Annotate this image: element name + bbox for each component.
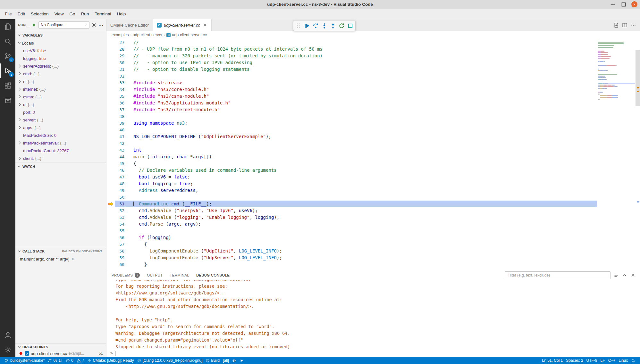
code-line-47[interactable]: 47 bool useV6 = false; xyxy=(106,174,597,180)
code-line-55[interactable]: 55 xyxy=(106,228,597,234)
code-line-53[interactable]: 53 cmd.AddValue ("logging", "Enable logg… xyxy=(106,214,597,221)
menu-help[interactable]: Help xyxy=(114,10,129,18)
minimap[interactable] xyxy=(598,40,635,103)
code-line-45[interactable]: 45{ xyxy=(106,160,597,167)
gutter-glyph-margin[interactable] xyxy=(106,106,115,113)
gutter-glyph-margin[interactable] xyxy=(106,113,115,120)
code-line-38[interactable]: 38 xyxy=(106,113,597,120)
stack-frame[interactable]: main(int argc, char ** argv) u. xyxy=(15,255,106,263)
debug-config-dropdown[interactable]: No Configura xyxy=(38,21,89,29)
variables-header[interactable]: VARIABLES xyxy=(15,31,106,39)
code-line-56[interactable]: 56 if (logging) xyxy=(106,234,597,241)
menu-edit[interactable]: Edit xyxy=(15,10,28,18)
gutter-glyph-margin[interactable] xyxy=(106,207,115,214)
variable-useV6[interactable]: useV6: false xyxy=(15,47,106,54)
chevron-right-icon[interactable] xyxy=(17,71,22,76)
gutter-glyph-margin[interactable] xyxy=(106,174,115,180)
gutter-glyph-margin[interactable] xyxy=(106,86,115,93)
more-actions-icon[interactable]: ··· xyxy=(98,22,104,28)
variable-d[interactable]: d: {...} xyxy=(15,101,106,108)
code-line-37[interactable]: 37#include "ns3/internet-module.h" xyxy=(106,106,597,113)
start-debug-icon[interactable] xyxy=(31,22,37,28)
gutter-glyph-margin[interactable] xyxy=(106,221,115,228)
menu-go[interactable]: Go xyxy=(67,10,78,18)
variable-port[interactable]: port: 0 xyxy=(15,108,106,116)
step-out-icon[interactable] xyxy=(330,23,336,29)
status-notifications[interactable] xyxy=(629,359,637,363)
status-build-target[interactable]: [all] xyxy=(221,358,231,363)
gutter-glyph-margin[interactable] xyxy=(106,228,115,234)
gutter-glyph-margin[interactable] xyxy=(106,53,115,59)
panel-tab-terminal[interactable]: TERMINAL xyxy=(170,270,189,280)
code-line-44[interactable]: 44main (int argc, char *argv[]) xyxy=(106,153,597,160)
status-eol[interactable]: LF xyxy=(599,358,607,363)
code-line-29[interactable]: 29// - maximum of 320 packets sent (or l… xyxy=(106,53,597,59)
code-line-35[interactable]: 35#include "ns3/csma-module.h" xyxy=(106,93,597,100)
activity-extensions[interactable] xyxy=(0,78,15,93)
activity-run-and-debug[interactable]: 1 xyxy=(0,63,15,78)
gutter-glyph-margin[interactable] xyxy=(106,234,115,241)
code-line-32[interactable]: 32 xyxy=(106,73,597,79)
code-line-49[interactable]: 49 Address serverAddress; xyxy=(106,187,597,194)
menu-terminal[interactable]: Terminal xyxy=(92,10,114,18)
gutter-glyph-margin[interactable] xyxy=(106,241,115,248)
gutter-glyph-margin[interactable] xyxy=(106,39,115,46)
gutter-glyph-margin[interactable] xyxy=(106,120,115,127)
maximize-icon[interactable] xyxy=(620,1,627,8)
activity-explorer[interactable] xyxy=(0,19,15,34)
breakpoint-checkbox[interactable] xyxy=(25,351,29,356)
editor-tab-0[interactable]: CMake Cache Editor xyxy=(106,19,153,31)
gutter-glyph-margin[interactable] xyxy=(106,261,115,268)
code-line-39[interactable]: 39using namespace ns3; xyxy=(106,120,597,127)
step-over-icon[interactable] xyxy=(313,23,319,29)
split-editor-icon[interactable] xyxy=(622,22,627,28)
code-line-61[interactable]: 61 xyxy=(106,268,597,270)
activity-search[interactable] xyxy=(0,34,15,49)
code-line-58[interactable]: 58 LogComponentEnable ("UdpClient", LOG_… xyxy=(106,248,597,254)
variable-serverAddress[interactable]: serverAddress: {...} xyxy=(15,62,106,70)
gutter-glyph-margin[interactable] xyxy=(106,66,115,73)
code-line-46[interactable]: 46 // Declare variables used in command-… xyxy=(106,167,597,174)
scrollbar-slider[interactable] xyxy=(636,50,640,106)
variable-apps[interactable]: apps: {...} xyxy=(15,124,106,131)
gutter-glyph-margin[interactable] xyxy=(106,73,115,79)
status-run-target[interactable] xyxy=(238,359,245,363)
status-warnings[interactable]: 7 xyxy=(75,358,86,363)
activity-accounts[interactable] xyxy=(0,327,15,342)
filter-lines-icon[interactable] xyxy=(614,273,619,278)
status-git-branch[interactable]: buildsystem-cmake* xyxy=(3,358,46,363)
code-line-36[interactable]: 36#include "ns3/applications-module.h" xyxy=(106,100,597,106)
status-encoding[interactable]: UTF-8 xyxy=(585,358,599,363)
chevron-right-icon[interactable] xyxy=(17,117,22,122)
code-line-42[interactable]: 42 xyxy=(106,140,597,147)
console-prompt[interactable]: > xyxy=(110,351,115,356)
scope-locals[interactable]: Locals xyxy=(15,39,106,47)
panel-tab-debug-console[interactable]: DEBUG CONSOLE xyxy=(196,270,230,280)
gutter-glyph-margin[interactable] xyxy=(106,127,115,133)
gutter-glyph-margin[interactable] xyxy=(106,147,115,153)
variable-maxPacketCount[interactable]: maxPacketCount: 32767 xyxy=(15,147,106,154)
chevron-right-icon[interactable] xyxy=(17,156,22,161)
chevron-right-icon[interactable] xyxy=(17,140,22,145)
gutter-glyph-margin[interactable] xyxy=(106,133,115,140)
continue-icon[interactable] xyxy=(304,23,310,29)
code-line-41[interactable]: 41NS_LOG_COMPONENT_DEFINE ("UdpClientSer… xyxy=(106,133,597,140)
gutter-glyph-margin[interactable] xyxy=(106,93,115,100)
gutter-glyph-margin[interactable] xyxy=(106,194,115,201)
chevron-right-icon[interactable] xyxy=(17,63,22,69)
code-line-59[interactable]: 59 LogComponentEnable ("UdpServer", LOG_… xyxy=(106,254,597,261)
status-cursor-position[interactable]: Ln 51, Col 1 xyxy=(541,358,565,363)
menu-run[interactable]: Run xyxy=(78,10,92,18)
code-line-54[interactable]: 54 cmd.Parse (argc, argv); xyxy=(106,221,597,228)
chevron-right-icon[interactable] xyxy=(17,87,22,92)
stop-icon[interactable] xyxy=(347,23,353,29)
debug-console-output[interactable]: Type "show configuration" for configurat… xyxy=(106,280,640,357)
code-line-33[interactable]: 33#include <fstream> xyxy=(106,79,597,86)
status-cmake-build[interactable]: Build xyxy=(204,358,221,363)
activity-cmake-tools[interactable] xyxy=(0,93,15,108)
gutter-glyph-margin[interactable] xyxy=(106,248,115,254)
gutter-glyph-margin[interactable] xyxy=(106,187,115,194)
menu-selection[interactable]: Selection xyxy=(28,10,52,18)
breakpoints-header[interactable]: BREAKPOINTS xyxy=(15,343,106,350)
gripper-icon[interactable] xyxy=(295,23,301,29)
